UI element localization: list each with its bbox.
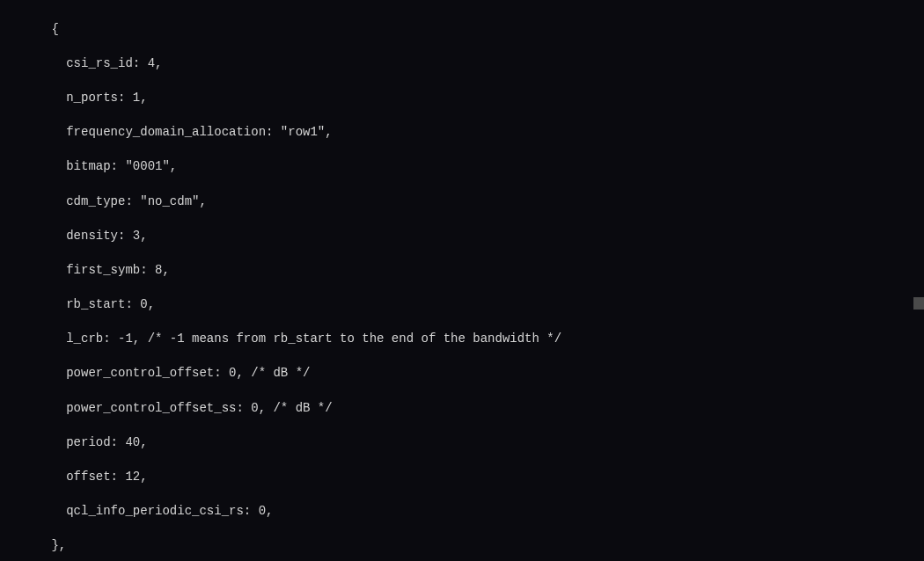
code-line: }, (0, 537, 924, 555)
code-line: period: 40, (0, 434, 924, 452)
code-line: density: 3, (0, 228, 924, 245)
code-line: l_crb: -1, /* -1 means from rb_start to … (0, 331, 924, 348)
code-line: bitmap: "0001", (0, 158, 924, 176)
code-line: first_symb: 8, (0, 262, 924, 280)
code-line: qcl_info_periodic_csi_rs: 0, (0, 503, 924, 521)
code-line: frequency_domain_allocation: "row1", (0, 124, 924, 142)
code-line: n_ports: 1, (0, 90, 924, 107)
code-line: power_control_offset: 0, /* dB */ (0, 365, 924, 382)
code-editor[interactable]: { csi_rs_id: 4, n_ports: 1, frequency_do… (0, 4, 924, 561)
code-line: rb_start: 0, (0, 296, 924, 314)
scrollbar-thumb[interactable] (913, 297, 924, 310)
code-line: csi_rs_id: 4, (0, 55, 924, 73)
code-line: offset: 12, (0, 469, 924, 486)
code-line: power_control_offset_ss: 0, /* dB */ (0, 400, 924, 418)
code-line: { (0, 21, 924, 39)
code-line: cdm_type: "no_cdm", (0, 193, 924, 211)
